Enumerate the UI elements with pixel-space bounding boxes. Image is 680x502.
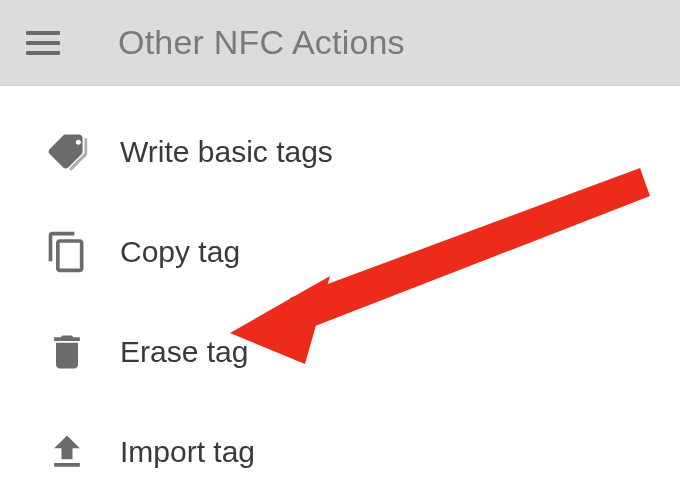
action-label: Erase tag	[120, 335, 248, 369]
action-write-basic-tags[interactable]: Write basic tags	[0, 102, 680, 202]
page-title: Other NFC Actions	[118, 23, 405, 62]
action-label: Import tag	[120, 435, 255, 469]
trash-icon	[42, 327, 92, 377]
actions-list: Write basic tags Copy tag Erase tag Impo…	[0, 86, 680, 502]
action-copy-tag[interactable]: Copy tag	[0, 202, 680, 302]
app-header: Other NFC Actions	[0, 0, 680, 86]
action-label: Write basic tags	[120, 135, 333, 169]
copy-icon	[42, 227, 92, 277]
action-import-tag[interactable]: Import tag	[0, 402, 680, 502]
tags-icon	[42, 127, 92, 177]
action-label: Copy tag	[120, 235, 240, 269]
app-root: Other NFC Actions Write basic tags Copy …	[0, 0, 680, 502]
upload-icon	[42, 427, 92, 477]
hamburger-menu-button[interactable]	[26, 24, 64, 62]
action-erase-tag[interactable]: Erase tag	[0, 302, 680, 402]
hamburger-icon	[26, 31, 60, 35]
